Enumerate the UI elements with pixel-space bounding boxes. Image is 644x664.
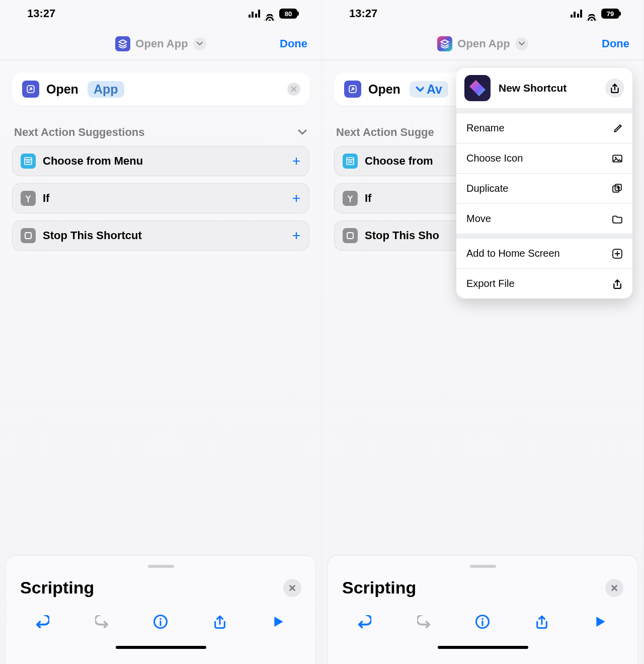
action-param-text: Av — [427, 82, 442, 97]
status-time: 13:27 — [27, 7, 55, 20]
duplicate-row[interactable]: Duplicate — [456, 173, 632, 203]
add-suggestion-icon[interactable] — [293, 158, 300, 165]
pencil-icon — [613, 124, 622, 133]
shortcut-app-icon — [437, 36, 452, 51]
title-label: Open App — [135, 37, 188, 50]
popover-header: New Shortcut — [456, 68, 632, 108]
folder-icon — [612, 214, 622, 224]
stop-icon — [21, 228, 36, 243]
suggestion-label: If — [365, 192, 371, 205]
share-shortcut-button[interactable] — [605, 79, 624, 98]
status-time: 13:27 — [349, 7, 377, 20]
title-label: Open App — [457, 37, 510, 50]
branch-icon — [21, 191, 36, 206]
export-file-row[interactable]: Export File — [456, 268, 632, 299]
action-verb: Open — [368, 82, 400, 97]
phone-left: 13:27 80 Open App Done — [0, 0, 322, 664]
branch-icon — [343, 191, 358, 206]
menu-icon — [343, 154, 358, 169]
add-home-row[interactable]: Add to Home Screen — [456, 239, 632, 268]
redo-button[interactable] — [414, 612, 434, 632]
clear-action-icon[interactable] — [287, 83, 300, 96]
choose-icon-row[interactable]: Choose Icon — [456, 143, 632, 173]
info-button[interactable] — [150, 612, 171, 632]
shortcut-options-popover: New Shortcut Rename Choose Icon Duplicat… — [456, 68, 632, 299]
popover-group-1: Rename Choose Icon Duplicate Move — [456, 113, 632, 234]
close-panel-icon[interactable] — [283, 579, 301, 597]
close-panel-icon[interactable] — [605, 579, 623, 597]
add-suggestion-icon[interactable] — [293, 195, 300, 202]
title-bar: Open App Done — [322, 27, 643, 60]
home-indicator — [438, 646, 528, 649]
open-app-icon — [344, 81, 361, 98]
row-label: Add to Home Screen — [466, 248, 560, 259]
row-label: Duplicate — [466, 183, 508, 194]
suggestion-item[interactable]: If — [12, 183, 309, 213]
plus-box-icon — [612, 249, 622, 259]
suggestions-header[interactable]: Next Action Suggestions — [14, 126, 307, 139]
status-right: 79 — [571, 9, 619, 19]
wifi-icon — [586, 10, 597, 18]
suggestion-label: Stop This Sho — [365, 229, 439, 242]
editor-content: Open App Next Action Suggestions Choose … — [0, 60, 321, 270]
row-label: Choose Icon — [466, 153, 523, 164]
bird-icon — [416, 85, 424, 93]
undo-button[interactable] — [33, 612, 53, 632]
bottom-panel[interactable]: Scripting — [328, 556, 637, 664]
panel-title: Scripting — [342, 578, 416, 598]
duplicate-icon — [612, 184, 622, 194]
title-center[interactable]: Open App — [437, 36, 528, 51]
undo-button[interactable] — [355, 612, 375, 632]
suggestions-title: Next Action Sugge — [336, 126, 434, 139]
row-label: Move — [466, 213, 491, 225]
run-button[interactable] — [591, 612, 611, 632]
info-button[interactable] — [472, 612, 493, 632]
row-label: Rename — [466, 122, 505, 134]
panel-title: Scripting — [20, 578, 94, 598]
action-param-pill[interactable]: App — [88, 81, 124, 98]
suggestion-label: Choose from Menu — [43, 155, 143, 168]
action-open-app[interactable]: Open App — [12, 72, 309, 106]
share-button[interactable] — [532, 612, 552, 632]
move-row[interactable]: Move — [456, 203, 632, 234]
row-label: Export File — [466, 278, 515, 289]
status-right: 80 — [249, 9, 297, 19]
done-button[interactable]: Done — [602, 37, 629, 50]
title-chevron-icon[interactable] — [515, 37, 528, 50]
popover-title: New Shortcut — [499, 82, 597, 94]
signal-icon — [249, 10, 260, 18]
bottom-panel[interactable]: Scripting — [6, 556, 315, 664]
battery-icon: 80 — [279, 9, 297, 19]
share-icon — [612, 279, 622, 289]
title-center[interactable]: Open App — [115, 36, 206, 51]
run-button[interactable] — [269, 612, 289, 632]
redo-button[interactable] — [92, 612, 112, 632]
suggestion-label: If — [43, 192, 49, 205]
suggestion-label: Stop This Shortcut — [43, 229, 142, 242]
photo-icon — [612, 154, 622, 163]
suggestions-title: Next Action Suggestions — [14, 126, 145, 139]
suggestion-item[interactable]: Choose from Menu — [12, 146, 309, 176]
drag-handle-icon[interactable] — [148, 565, 174, 568]
status-bar: 13:27 80 — [0, 0, 321, 27]
popover-group-2: Add to Home Screen Export File — [456, 239, 632, 299]
done-button[interactable]: Done — [280, 37, 307, 50]
share-button[interactable] — [210, 612, 230, 632]
chevron-down-icon — [297, 127, 307, 137]
suggestion-item[interactable]: Stop This Shortcut — [12, 220, 309, 251]
home-indicator — [116, 646, 206, 649]
stop-icon — [343, 228, 358, 243]
shortcuts-app-icon — [464, 75, 491, 101]
action-param-pill[interactable]: Av — [410, 81, 448, 98]
rename-row[interactable]: Rename — [456, 113, 632, 143]
title-chevron-icon[interactable] — [193, 37, 206, 50]
wifi-icon — [264, 10, 275, 18]
status-bar: 13:27 79 — [322, 0, 643, 27]
drag-handle-icon[interactable] — [470, 565, 496, 568]
suggestion-label: Choose from — [365, 155, 433, 168]
battery-icon: 79 — [601, 9, 619, 19]
action-verb: Open — [46, 82, 78, 97]
signal-icon — [571, 10, 582, 18]
shortcut-app-icon — [115, 36, 130, 51]
add-suggestion-icon[interactable] — [293, 232, 300, 239]
